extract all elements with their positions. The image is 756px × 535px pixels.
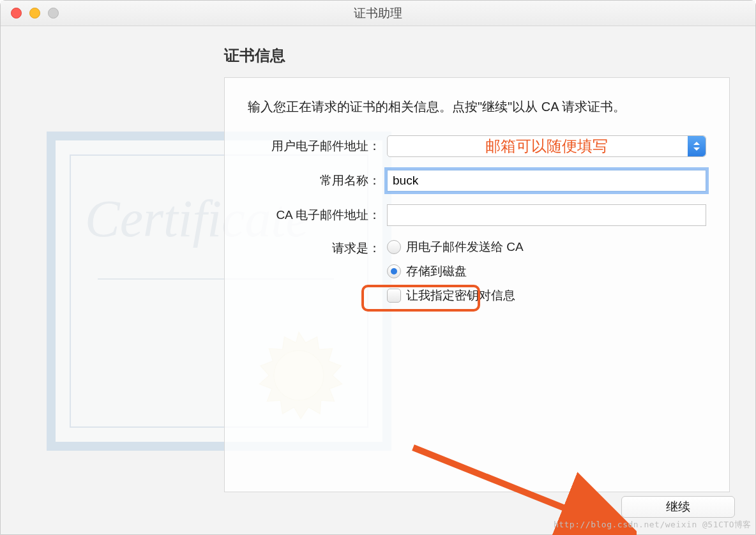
continue-button[interactable]: 继续 [621,496,735,518]
radio-label: 存储到磁盘 [406,263,467,280]
checkbox-keypair-info[interactable]: 让我指定密钥对信息 [387,287,706,304]
content-area: Certificate 证书信息 输入您正在请求的证书的相关信息。点按"继续"以… [1,26,755,534]
radio-save-to-disk[interactable]: 存储到磁盘 [387,263,706,280]
traffic-lights [11,8,59,19]
watermark-text: http://blog.csdn.net/weixin @51CTO博客 [554,519,752,531]
row-request: 请求是： 用电子邮件发送给 CA 存储到磁盘 让我指定密钥对信息 [248,239,706,304]
label-common-name: 常用名称： [248,172,381,189]
radio-email-to-ca[interactable]: 用电子邮件发送给 CA [387,239,706,255]
label-ca-email: CA 电子邮件地址： [248,207,381,223]
annotation-email-hint: 邮箱可以随便填写 [485,136,608,156]
maximize-button [48,8,59,19]
window-title: 证书助理 [354,5,402,22]
minimize-button[interactable] [29,8,40,19]
titlebar: 证书助理 [1,1,755,26]
radio-indicator-icon [387,264,401,278]
checkbox-label: 让我指定密钥对信息 [406,287,515,304]
label-request: 请求是： [248,239,381,257]
form-panel: 输入您正在请求的证书的相关信息。点按"继续"以从 CA 请求证书。 用户电子邮件… [224,77,730,492]
checkbox-indicator-icon [387,289,401,303]
row-ca-email: CA 电子邮件地址： [248,204,706,226]
page-heading: 证书信息 [224,45,730,66]
row-user-email: 用户电子邮件地址： 邮箱可以随便填写 [248,135,706,157]
row-common-name: 常用名称： [248,170,706,192]
radio-label: 用电子邮件发送给 CA [406,239,524,255]
svg-marker-3 [693,147,700,151]
dropdown-arrow-icon[interactable] [688,136,706,156]
radio-indicator-icon [387,240,401,254]
svg-marker-2 [693,142,700,145]
ca-email-input[interactable] [387,204,706,226]
common-name-input[interactable] [387,170,706,192]
close-button[interactable] [11,8,22,19]
label-user-email: 用户电子邮件地址： [248,138,381,154]
user-email-combobox[interactable]: 邮箱可以随便填写 [387,135,706,157]
intro-text: 输入您正在请求的证书的相关信息。点按"继续"以从 CA 请求证书。 [248,96,706,117]
dialog-window: 证书助理 Certificate 证书信息 输入您正在请求的证书的相关信息。点按… [0,0,756,535]
